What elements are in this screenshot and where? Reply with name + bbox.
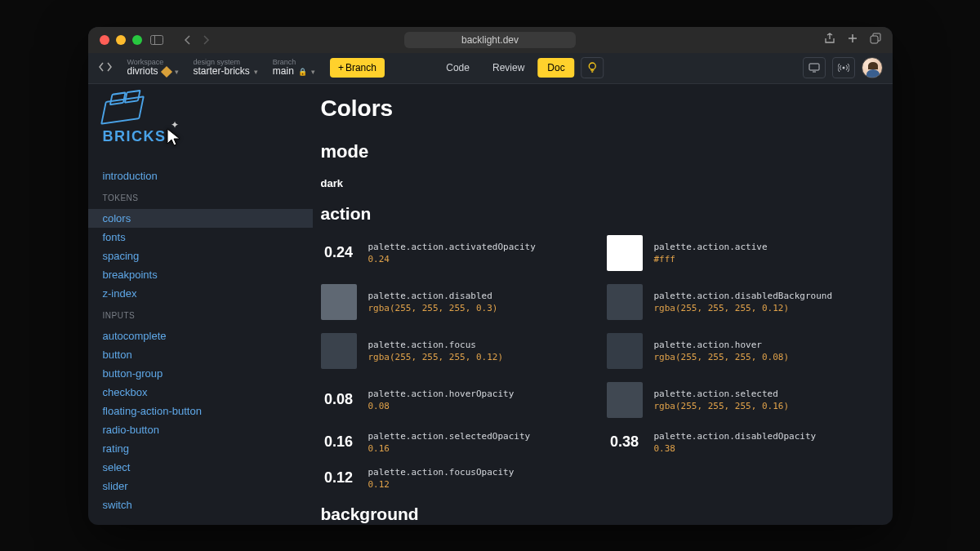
forward-icon[interactable]	[198, 33, 214, 47]
color-swatch	[607, 235, 643, 271]
opacity-value: 0.08	[321, 391, 357, 408]
swatch-info: palette.action.disabledOpacity0.38	[654, 431, 817, 454]
tab-doc[interactable]: Doc	[537, 58, 574, 78]
maximize-window-icon[interactable]	[132, 35, 142, 45]
preview-button[interactable]	[803, 57, 826, 78]
swatch-value: 0.24	[368, 254, 536, 264]
swatch-value: rgba(255, 255, 255, 0.16)	[654, 401, 790, 411]
swatch-value: rgba(255, 255, 255, 0.12)	[654, 303, 833, 313]
logo: BRICKS ✦	[88, 99, 313, 158]
chevron-down-icon: ▾	[254, 68, 258, 76]
branch-value: main	[273, 66, 294, 78]
design-system-selector[interactable]: design system starter-bricks▾	[194, 58, 258, 78]
nav-spacing[interactable]: spacing	[88, 247, 313, 265]
swatch-name: palette.action.activatedOpacity	[368, 242, 536, 252]
workspace-selector[interactable]: Workspace divriots▾	[127, 58, 179, 78]
lock-icon: 🔒	[298, 68, 307, 76]
app-header: Workspace divriots▾ design system starte…	[88, 53, 893, 84]
swatch-info: palette.action.focusrgba(255, 255, 255, …	[368, 340, 504, 362]
swatch-info: palette.action.active#fff	[654, 242, 768, 264]
svg-point-5	[842, 67, 844, 69]
swatch-name: palette.action.disabled	[368, 291, 498, 301]
swatch-info: palette.action.activatedOpacity0.24	[368, 242, 536, 264]
nav-switch[interactable]: switch	[88, 495, 313, 514]
swatch-name: palette.action.active	[654, 242, 768, 252]
sidebar: BRICKS ✦ introduction TOKENS colors font…	[88, 84, 313, 525]
nav-breakpoints[interactable]: breakpoints	[88, 265, 313, 284]
broadcast-button[interactable]	[832, 57, 855, 78]
swatch-name: palette.action.hover	[654, 340, 790, 350]
close-window-icon[interactable]	[100, 35, 109, 45]
section-inputs: INPUTS	[88, 303, 313, 327]
nav-rating[interactable]: rating	[88, 439, 313, 458]
opacity-value: 0.12	[321, 469, 357, 487]
swatch-info: palette.action.hoverOpacity0.08	[368, 389, 514, 411]
code-icon	[98, 61, 113, 75]
swatch-value: rgba(255, 255, 255, 0.12)	[368, 352, 504, 362]
plus-icon[interactable]	[847, 33, 858, 47]
nav-z-index[interactable]: z-index	[88, 284, 313, 303]
swatch-row: palette.action.disabledrgba(255, 255, 25…	[321, 284, 582, 320]
swatch-info: palette.action.disabledrgba(255, 255, 25…	[368, 291, 498, 313]
avatar[interactable]	[862, 57, 883, 78]
nav-fonts[interactable]: fonts	[88, 228, 313, 247]
section-tokens: TOKENS	[88, 185, 313, 209]
tab-code[interactable]: Code	[436, 58, 479, 78]
diamond-badge-icon	[160, 66, 172, 78]
swatch-value: 0.08	[368, 401, 514, 411]
nav-introduction[interactable]: introduction	[88, 167, 313, 185]
share-icon[interactable]	[824, 33, 835, 47]
app-window: backlight.dev Workspace divriots▾ design…	[88, 27, 893, 525]
nav-colors[interactable]: colors	[88, 209, 313, 228]
swatch-info: palette.action.selectedOpacity0.16	[368, 431, 531, 454]
nav-button[interactable]: button	[88, 345, 313, 364]
nav-checkbox[interactable]: checkbox	[88, 383, 313, 402]
sidebar-toggle-icon[interactable]	[149, 33, 165, 47]
minimize-window-icon[interactable]	[116, 35, 126, 45]
swatch-name: palette.action.hoverOpacity	[368, 389, 514, 399]
swatch-name: palette.action.selected	[654, 389, 790, 399]
svg-rect-4	[809, 64, 819, 70]
branch-selector[interactable]: Branch main🔒▾	[273, 58, 315, 78]
swatch-row: 0.08palette.action.hoverOpacity0.08	[321, 382, 582, 418]
new-branch-button[interactable]: +Branch	[330, 58, 385, 78]
titlebar: backlight.dev	[88, 27, 893, 53]
nav-floating-action-button[interactable]: floating-action-button	[88, 402, 313, 420]
nav-list: introduction TOKENS colors fonts spacing…	[88, 158, 313, 522]
swatch-name: palette.action.disabledOpacity	[654, 431, 817, 442]
color-swatch	[321, 284, 357, 320]
nav-select[interactable]: select	[88, 458, 313, 477]
mode-value: dark	[321, 177, 868, 189]
brick-icon	[100, 96, 145, 125]
color-swatch	[607, 333, 643, 369]
nav-button-group[interactable]: button-group	[88, 364, 313, 383]
main-content: Colors mode dark action 0.24palette.acti…	[313, 84, 893, 525]
svg-point-3	[590, 63, 596, 69]
color-swatch	[607, 284, 643, 320]
swatch-value: rgba(255, 255, 255, 0.08)	[654, 352, 790, 362]
swatch-row: palette.action.selectedrgba(255, 255, 25…	[607, 382, 868, 418]
back-icon[interactable]	[180, 33, 196, 47]
tab-review[interactable]: Review	[483, 58, 534, 78]
workspace-value: divriots	[127, 66, 158, 78]
url-bar[interactable]: backlight.dev	[404, 32, 576, 48]
opacity-value: 0.16	[321, 433, 357, 451]
nav-radio-button[interactable]: radio-button	[88, 420, 313, 439]
chevron-down-icon: ▾	[175, 68, 179, 76]
swatch-row: palette.action.focusrgba(255, 255, 255, …	[321, 333, 582, 369]
swatch-info: palette.action.focusOpacity0.12	[368, 467, 514, 490]
mode-heading: mode	[321, 141, 868, 162]
nav-autocomplete[interactable]: autocomplete	[88, 327, 313, 345]
nav-slider[interactable]: slider	[88, 477, 313, 495]
swatch-info: palette.action.hoverrgba(255, 255, 255, …	[654, 340, 790, 362]
view-tabs: Code Review Doc	[436, 57, 604, 78]
page-title: Colors	[321, 96, 868, 122]
background-heading: background	[321, 504, 868, 524]
tabs-icon[interactable]	[870, 33, 881, 47]
swatch-row: palette.action.hoverrgba(255, 255, 255, …	[607, 333, 868, 369]
swatch-value: 0.12	[368, 479, 514, 490]
swatch-row: 0.38palette.action.disabledOpacity0.38	[607, 431, 868, 454]
swatch-row: 0.12palette.action.focusOpacity0.12	[321, 467, 582, 490]
swatch-row: 0.16palette.action.selectedOpacity0.16	[321, 431, 582, 454]
lightbulb-button[interactable]	[581, 57, 604, 78]
